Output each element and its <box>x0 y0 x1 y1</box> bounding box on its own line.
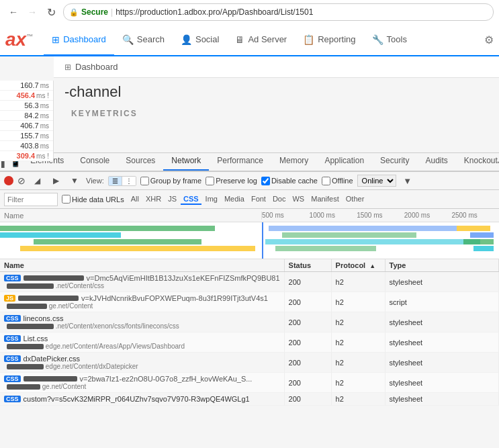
metric-unit-2: ms <box>40 102 49 109</box>
row-protocol-cell: h2 <box>331 312 385 332</box>
breadcrumb-icon: ⊞ <box>64 62 71 72</box>
metric-row-1: 456.4 ms ! <box>0 91 53 101</box>
row-protocol-cell: h2 <box>331 292 385 312</box>
tab-audits[interactable]: Audits <box>417 153 455 171</box>
filter-icon-button[interactable]: ◢ <box>30 173 44 188</box>
nav-item-dashboard[interactable]: ⊞ Dashboard <box>44 24 114 56</box>
table-row[interactable]: CSS v=2bwa7Iz1-ez2nO8U-0G7o8_zzfH_kovWeK… <box>0 373 499 393</box>
capture-screenshots-button[interactable]: ▶ <box>48 173 63 188</box>
back-button[interactable]: ← <box>5 4 21 20</box>
waterfall-bars <box>0 222 499 259</box>
filter-img[interactable]: Img <box>203 194 220 205</box>
metric-row-2: 56.3 ms <box>0 101 53 111</box>
tab-network[interactable]: Network <box>163 153 209 171</box>
filter-xhr[interactable]: XHR <box>143 194 164 205</box>
metric-row-6: 403.8 ms <box>0 141 53 151</box>
css-badge: CSS <box>4 396 21 402</box>
breadcrumb-bar: ⊞ Dashboard <box>54 56 499 78</box>
filter-js[interactable]: JS <box>165 194 179 205</box>
view-label: View: <box>86 177 104 185</box>
filter-input[interactable] <box>4 193 58 206</box>
col-header-status[interactable]: Status <box>284 259 331 272</box>
record-button[interactable] <box>4 176 13 185</box>
row-name-cell: JS v=kJVHdNcnrikBvuFOPXWEPuqm-8u3f1R99IT… <box>0 292 284 312</box>
preserve-log-label[interactable]: Preserve log <box>206 177 257 185</box>
table-row[interactable]: CSS custom?v=s5cvK32MiRPR_r064UZhv7sqvo7… <box>0 393 499 406</box>
group-by-frame-checkbox[interactable] <box>140 177 149 185</box>
row-type-cell: stylesheet <box>385 353 498 373</box>
tick-2000: 2000 ms <box>404 212 430 219</box>
metric-value-3: 84.2 <box>24 111 38 120</box>
filter-other[interactable]: Other <box>343 194 367 205</box>
preserve-log-checkbox[interactable] <box>206 177 214 185</box>
tab-console[interactable]: Console <box>72 153 118 171</box>
filter-media[interactable]: Media <box>222 194 247 205</box>
row-status-cell: 200 <box>284 393 331 406</box>
settings-icon[interactable]: ⚙ <box>484 34 494 46</box>
tab-performance[interactable]: Performance <box>209 153 271 171</box>
keymetrics-label: KEYMETRICS <box>60 106 499 121</box>
hide-data-urls-checkbox[interactable] <box>62 195 71 204</box>
online-select[interactable]: Online <box>357 175 396 187</box>
view-tree-btn[interactable]: ⋮ <box>122 177 136 185</box>
tab-security[interactable]: Security <box>372 153 417 171</box>
js-badge: JS <box>4 295 15 302</box>
tab-knockoutjs[interactable]: KnockoutJS <box>456 153 499 171</box>
metric-row-4: 406.7 ms <box>0 121 53 131</box>
view-toggle: ☰ ⋮ <box>108 176 136 186</box>
forward-button[interactable]: → <box>24 4 40 20</box>
metric-row-0: 160.7 ms <box>0 81 53 91</box>
disable-cache-label[interactable]: Disable cache <box>261 177 318 185</box>
table-row[interactable]: CSS v=Dmc5AqViEmHItB1B13JzuXs1eKEFnFIZSm… <box>0 272 499 292</box>
filter-manifest[interactable]: Manifest <box>308 194 342 205</box>
address-bar[interactable]: 🔒 Secure | https://production1.adbox.pro… <box>63 3 494 21</box>
row-protocol-cell: h2 <box>331 332 385 353</box>
nav-item-adserver[interactable]: 🖥 Ad Server <box>227 24 295 56</box>
nav-item-reporting[interactable]: 📋 Reporting <box>295 24 363 56</box>
row-name-cell: CSS List.css edge.net/Content/Areas/App/… <box>0 332 284 353</box>
adserver-icon: 🖥 <box>235 34 244 45</box>
nav-item-social[interactable]: 👤 Social <box>173 24 227 56</box>
table-row[interactable]: JS v=kJVHdNcnrikBvuFOPXWEPuqm-8u3f1R99IT… <box>0 292 499 312</box>
hide-data-urls-label[interactable]: Hide data URLs <box>62 195 124 204</box>
offline-checkbox[interactable] <box>322 177 330 185</box>
row-name-cell: CSS custom?v=s5cvK32MiRPR_r064UZhv7sqvo7… <box>0 393 284 406</box>
nav-item-tools[interactable]: 🔧 Tools <box>364 24 415 56</box>
offline-label[interactable]: Offline <box>322 177 353 185</box>
reload-button[interactable]: ↻ <box>43 4 59 20</box>
css-badge: CSS <box>4 315 21 322</box>
view-list-btn[interactable]: ☰ <box>109 177 122 185</box>
filter-all[interactable]: All <box>128 194 142 205</box>
filter-types: All XHR JS CSS Img Media Font Doc WS Man… <box>128 194 367 205</box>
more-icon-button[interactable]: ▼ <box>67 173 82 188</box>
row-type-cell: stylesheet <box>385 332 498 353</box>
tab-sources[interactable]: Sources <box>118 153 163 171</box>
tools-icon: 🔧 <box>372 34 383 45</box>
row-protocol-cell: h2 <box>331 353 385 373</box>
logo-trademark: ™ <box>26 33 33 40</box>
disable-cache-checkbox[interactable] <box>261 177 270 185</box>
clear-button[interactable]: ⊘ <box>17 175 26 186</box>
metric-value-6: 403.8 <box>20 142 39 150</box>
col-header-protocol[interactable]: Protocol ▲ <box>331 259 385 272</box>
filter-css[interactable]: CSS <box>181 194 201 205</box>
row-status-cell: 200 <box>284 373 331 393</box>
table-row[interactable]: CSS dxDatePicker.css edge.net/Content/dx… <box>0 353 499 373</box>
metric-value-1: 456.4 <box>17 91 36 99</box>
filter-font[interactable]: Font <box>248 194 269 205</box>
nav-item-search[interactable]: 🔍 Search <box>114 24 173 56</box>
throttle-dropdown[interactable]: ▼ <box>400 173 415 188</box>
filter-doc[interactable]: Doc <box>270 194 289 205</box>
col-header-type[interactable]: Type <box>385 259 498 272</box>
filter-ws[interactable]: WS <box>289 194 307 205</box>
css-badge: CSS <box>4 335 21 342</box>
table-row[interactable]: CSS List.css edge.net/Content/Areas/App/… <box>0 332 499 353</box>
tab-memory[interactable]: Memory <box>271 153 316 171</box>
group-by-frame-label[interactable]: Group by frame <box>140 177 201 185</box>
table-row[interactable]: CSS linecons.css .net/Content/xenon/css/… <box>0 312 499 332</box>
tab-application[interactable]: Application <box>316 153 372 171</box>
sort-arrow-protocol: ▲ <box>369 263 375 269</box>
row-type-cell: stylesheet <box>385 272 498 292</box>
col-header-name[interactable]: Name <box>0 259 284 272</box>
metric-unit-7: ms ! <box>36 152 49 160</box>
